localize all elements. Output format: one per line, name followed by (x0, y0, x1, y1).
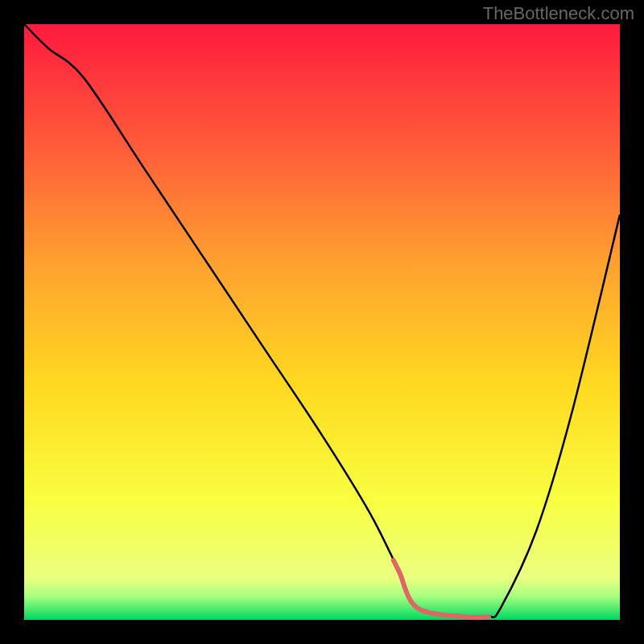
chart-container (24, 24, 620, 620)
watermark-text: TheBottleneck.com (483, 3, 634, 24)
bottleneck-chart (24, 24, 620, 620)
gradient-background (24, 24, 620, 620)
